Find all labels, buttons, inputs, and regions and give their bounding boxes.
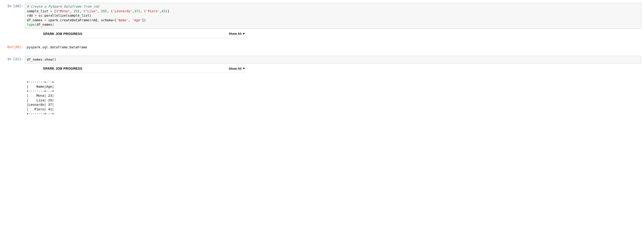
caret-down-icon xyxy=(242,68,245,69)
code-input[interactable]: # Create a PySpark Dataframe from rdd sa… xyxy=(25,3,641,29)
show-all-label: Show All xyxy=(229,32,242,36)
output-cell-20: Out[20]: pyspark.sql.dataframe.DataFrame xyxy=(3,44,641,51)
output-text: pyspark.sql.dataframe.DataFrame xyxy=(25,44,641,51)
divider xyxy=(42,73,246,73)
code-cell-21: In [21]: df_names.show() xyxy=(3,56,641,64)
spark-progress-title: SPARK JOB PROGRESS xyxy=(43,67,82,70)
output-prompt: Out[20]: xyxy=(3,44,25,50)
code-comment: # Create a PySpark Dataframe from rdd xyxy=(27,5,99,8)
spark-progress-block: SPARK JOB PROGRESS Show All xyxy=(42,65,246,73)
spark-progress-title: SPARK JOB PROGRESS xyxy=(43,32,82,36)
stdout-output: +--------+---+ | Name|Age| +--------+---… xyxy=(25,80,641,116)
input-prompt: In [21]: xyxy=(3,56,25,62)
spark-progress-header: SPARK JOB PROGRESS Show All xyxy=(42,65,246,72)
show-all-button[interactable]: Show All xyxy=(229,67,245,70)
input-prompt: In [20]: xyxy=(3,3,25,9)
spark-progress-header: SPARK JOB PROGRESS Show All xyxy=(42,30,246,38)
show-all-button[interactable]: Show All xyxy=(229,32,245,36)
spark-progress-block: SPARK JOB PROGRESS Show All xyxy=(42,30,246,38)
code-input[interactable]: df_names.show() xyxy=(25,56,641,64)
divider xyxy=(42,38,246,38)
caret-down-icon xyxy=(242,33,245,34)
show-all-label: Show All xyxy=(229,67,242,70)
code-cell-20: In [20]: # Create a PySpark Dataframe fr… xyxy=(3,3,641,29)
